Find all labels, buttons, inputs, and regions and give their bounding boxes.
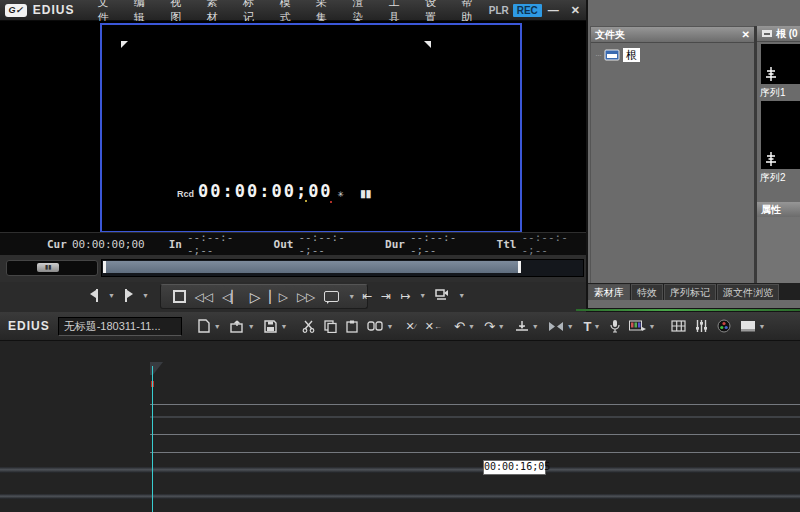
loop-playback-icon[interactable] <box>324 291 339 302</box>
folder-panel: 文件夹 ✕ ··· 根 <box>590 26 756 285</box>
properties-title: 属性 <box>761 204 781 215</box>
ttl-label: Ttl <box>497 238 517 251</box>
cur-label: Cur <box>47 238 67 251</box>
folder-panel-header: 文件夹 ✕ <box>591 27 755 43</box>
track-group-divider[interactable] <box>0 494 800 499</box>
goto-in-icon[interactable]: ⇤ <box>362 290 372 302</box>
redo-icon[interactable]: ↷▼ <box>484 319 505 334</box>
rcd-label: Rcd <box>177 189 194 199</box>
edius-workspace: G✓ EDIUS 文件 编辑 视图 素材 标记 模式 采集 渲染 工具 设置 帮… <box>0 0 800 512</box>
timeline-brand: EDIUS <box>8 319 50 333</box>
shuttle-slider[interactable]: ▮▮ <box>6 260 98 276</box>
color-icon[interactable] <box>717 319 731 333</box>
transition-icon[interactable]: ▼ <box>548 321 574 332</box>
dur-label: Dur <box>385 238 405 251</box>
save-project-icon[interactable]: ▼ <box>264 320 288 333</box>
sequence1-thumbnail[interactable] <box>761 44 800 84</box>
folder-panel-title: 文件夹 <box>595 27 625 42</box>
bin-tabs: 素材库 特效 序列标记 源文件浏览 <box>588 283 800 300</box>
project-title: 无标题-180311-11... <box>58 317 182 336</box>
position-bar[interactable] <box>101 259 584 277</box>
playhead-line[interactable] <box>152 366 153 512</box>
rewind-icon[interactable]: ◁◁ <box>195 291 213 303</box>
copy-icon[interactable] <box>324 320 337 333</box>
position-bar-range[interactable] <box>103 261 521 273</box>
grid-icon[interactable] <box>671 320 686 332</box>
prev-frame-icon[interactable]: ◁▏ <box>222 291 240 303</box>
clip-panel: 根 (0 序列1 序列2 属性 <box>757 26 800 283</box>
root-folder-icon <box>604 49 620 61</box>
player-window: G✓ EDIUS 文件 编辑 视图 素材 标记 模式 采集 渲染 工具 设置 帮… <box>0 0 586 312</box>
folder-panel-close-icon[interactable]: ✕ <box>742 27 755 42</box>
sequence1-label[interactable]: 序列1 <box>757 86 786 100</box>
out-value: --:--:--;-- <box>298 231 363 257</box>
track-group-divider[interactable] <box>0 467 800 473</box>
duplicate-icon[interactable]: ▼ <box>367 320 394 332</box>
sequence2-thumbnail[interactable] <box>761 101 800 169</box>
root-folder-label[interactable]: 根 <box>623 48 640 62</box>
corner-mark-left-icon <box>121 41 128 48</box>
minimize-button[interactable]: — <box>542 4 565 16</box>
player-infobar: Cur 00:00:00;00 In --:--:--;-- Out --:--… <box>0 232 586 256</box>
ripple-delete-icon[interactable]: ✕← <box>425 320 442 333</box>
voiceover-mic-icon[interactable] <box>610 319 620 333</box>
timeline-window: EDIUS 无标题-180311-11... ▼ ▼ ▼ ▼ ✕∕ ✕← ↶▼ … <box>0 312 800 512</box>
player-brand: EDIUS <box>33 3 75 17</box>
timecode-tooltip: 00:00:16;05 <box>483 460 546 475</box>
export-dropdown-icon[interactable]: ▼ <box>458 292 465 299</box>
paste-icon[interactable] <box>346 320 358 333</box>
delete-icon[interactable]: ✕∕ <box>405 320 415 333</box>
plr-mode-button[interactable]: PLR <box>489 5 509 16</box>
jump-controls: ⇤ ⇥ ↦ ▼ ▼ <box>362 284 465 307</box>
mark-buttons: ▼ ▼ <box>90 284 149 307</box>
cut-icon[interactable] <box>302 320 315 333</box>
tab-source-browser[interactable]: 源文件浏览 <box>717 284 779 300</box>
undo-icon[interactable]: ↶▼ <box>454 319 475 334</box>
monitor-icon[interactable]: ▼ <box>740 320 765 332</box>
set-out-flag-icon[interactable] <box>124 289 133 302</box>
title-icon[interactable]: T▼ <box>584 319 601 334</box>
clip-panel-header: 根 (0 <box>757 26 800 42</box>
mixer-icon[interactable] <box>695 319 708 333</box>
lane-subline <box>150 434 800 435</box>
play-around-cursor-icon[interactable]: ↦ <box>400 290 410 302</box>
play-icon[interactable]: ▷ <box>250 290 261 304</box>
tab-library[interactable]: 素材库 <box>588 284 630 300</box>
export-icon[interactable] <box>435 288 449 303</box>
properties-body <box>757 217 800 283</box>
tab-sequence-markers[interactable]: 序列标记 <box>664 284 716 300</box>
playback-dropdown-icon[interactable]: ▼ <box>348 293 355 300</box>
transport-bar: ▼ ▼ ◁◁ ◁▏ ▷ ▏▷ ▷▷ ▼ ⇤ ⇥ ↦ ▼ <box>0 282 586 313</box>
render-icon[interactable]: ▼ <box>629 320 656 332</box>
folder-tree-row[interactable]: ··· 根 <box>595 48 755 62</box>
sequence-glyph-icon <box>765 66 777 82</box>
shuttle-thumb[interactable]: ▮▮ <box>37 263 59 272</box>
clip-panel-title: 根 (0 <box>776 26 798 41</box>
set-in-dropdown-icon[interactable]: ▼ <box>108 292 115 299</box>
close-button[interactable]: ✕ <box>565 4 586 17</box>
goto-out-icon[interactable]: ⇥ <box>381 290 391 302</box>
timeline-titlebar: EDIUS 无标题-180311-11... ▼ ▼ ▼ ▼ ✕∕ ✕← ↶▼ … <box>0 312 800 341</box>
rec-mode-button[interactable]: REC <box>513 4 542 17</box>
play-around-dropdown-icon[interactable]: ▼ <box>419 292 426 299</box>
sequence2-label[interactable]: 序列2 <box>757 171 786 185</box>
out-label: Out <box>274 238 294 251</box>
lane-subline <box>150 404 800 405</box>
new-sequence-icon[interactable]: ▼ <box>198 319 221 333</box>
tab-effects[interactable]: 特效 <box>631 284 663 300</box>
open-project-icon[interactable]: ▼ <box>230 320 255 333</box>
set-out-dropdown-icon[interactable]: ▼ <box>142 292 149 299</box>
player-timecode: 00:00:00;00 <box>198 181 333 201</box>
razor-icon[interactable]: ▼ <box>515 320 539 333</box>
properties-header: 属性 <box>757 202 800 218</box>
in-label: In <box>169 238 182 251</box>
playback-controls: ◁◁ ◁▏ ▷ ▏▷ ▷▷ ▼ <box>160 284 368 309</box>
tree-branch-icon: ··· <box>595 50 601 60</box>
player-slider-row: ▮▮ <box>0 255 586 282</box>
status-star-icon: ✳ <box>338 190 345 199</box>
stop-icon[interactable] <box>173 290 186 303</box>
overlay-dot-yellow <box>305 200 307 202</box>
set-in-flag-icon[interactable] <box>90 289 99 302</box>
next-frame-icon[interactable]: ▏▷ <box>269 291 287 303</box>
fast-forward-icon[interactable]: ▷▷ <box>297 291 315 303</box>
